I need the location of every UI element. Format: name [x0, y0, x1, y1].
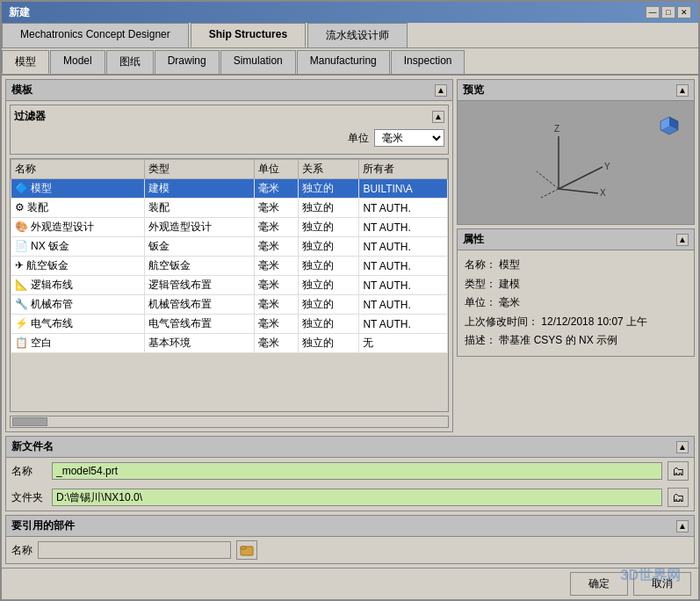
cell-relation: 独立的 [299, 179, 359, 199]
filter-box: 过滤器 ▲ 单位 毫米 英寸 米 [10, 105, 449, 155]
table-row[interactable]: 📋空白 基本环境 毫米 独立的 无 [11, 334, 448, 353]
prop-type-label: 类型： [465, 278, 496, 290]
scrollbar-track[interactable] [10, 416, 449, 428]
name-folder-btn[interactable]: 🗂 [668, 461, 689, 481]
filter-collapse-btn[interactable]: ▲ [432, 111, 444, 123]
table-row[interactable]: 🔷模型 建模 毫米 独立的 BUILTIN\A [11, 179, 448, 199]
cell-name: 🔷模型 [11, 179, 145, 199]
ref-parts-content: 名称 [6, 537, 694, 563]
table-row[interactable]: ⚡电气布线 电气管线布置 毫米 独立的 NT AUTH. [11, 315, 448, 334]
prop-desc-value: 带基准 CSYS 的 NX 示例 [499, 334, 617, 346]
cell-owner: NT AUTH. [359, 199, 448, 218]
restore-button[interactable]: □ [661, 6, 675, 18]
folder-row: 文件夹 🗂 [6, 484, 694, 510]
cell-relation: 独立的 [299, 315, 359, 334]
tab-model[interactable]: Model [50, 50, 105, 74]
svg-rect-18 [241, 547, 246, 549]
template-table: 名称 类型 单位 关系 所有者 🔷模型 建模 毫米 独立的 BUILTIN\A [11, 159, 448, 353]
cell-owner: NT AUTH. [359, 295, 448, 315]
prop-unit-label: 单位： [465, 296, 496, 308]
tab-moxing[interactable]: 模型 [2, 50, 49, 74]
preview-content: Z Y X [458, 101, 694, 224]
folder-browse-btn[interactable]: 🗂 [668, 488, 689, 507]
cell-name: 📐逻辑布线 [11, 276, 145, 295]
tab-simulation[interactable]: Simulation [220, 50, 296, 74]
watermark: 3D世界网 [621, 567, 681, 585]
table-row[interactable]: ✈航空钣金 航空钣金 毫米 独立的 NT AUTH. [11, 257, 448, 276]
cell-owner: NT AUTH. [359, 237, 448, 257]
col-unit: 单位 [254, 160, 299, 179]
cell-type: 钣金 [145, 237, 254, 257]
cell-name: ⚡电气布线 [11, 315, 145, 334]
minimize-button[interactable]: — [646, 6, 660, 18]
ref-name-input[interactable] [38, 541, 231, 559]
cell-owner: NT AUTH. [359, 276, 448, 295]
prop-unit-value: 毫米 [499, 296, 520, 308]
template-table-container: 名称 类型 单位 关系 所有者 🔷模型 建模 毫米 独立的 BUILTIN\A [10, 158, 449, 412]
close-button[interactable]: ✕ [677, 6, 691, 18]
cell-type: 逻辑管线布置 [145, 276, 254, 295]
window-title: 新建 [9, 5, 30, 20]
cell-relation: 独立的 [299, 295, 359, 315]
svg-text:X: X [600, 188, 606, 198]
tab-pipeline[interactable]: 流水线设计师 [307, 23, 408, 47]
svg-text:Z: Z [554, 124, 559, 134]
template-collapse-btn[interactable]: ▲ [435, 84, 447, 97]
cell-unit: 毫米 [254, 257, 299, 276]
3d-box-icon [652, 108, 687, 146]
ref-parts-section: 要引用的部件 ▲ 名称 [5, 515, 695, 564]
tab-inspection[interactable]: Inspection [391, 50, 465, 74]
tab-tuzhi[interactable]: 图纸 [106, 50, 154, 74]
new-filename-collapse-btn[interactable]: ▲ [676, 441, 689, 453]
tab-mechatronics[interactable]: Mechatronics Concept Designer [2, 23, 189, 47]
preview-collapse-btn[interactable]: ▲ [676, 84, 689, 97]
col-type: 类型 [145, 160, 254, 179]
unit-select[interactable]: 毫米 英寸 米 [374, 129, 444, 147]
cell-unit: 毫米 [254, 315, 299, 334]
table-row[interactable]: 🎨外观造型设计 外观造型设计 毫米 独立的 NT AUTH. [11, 218, 448, 237]
preview-header: 预览 ▲ [458, 80, 694, 101]
template-section: 模板 ▲ 过滤器 ▲ 单位 毫米 英寸 米 [5, 79, 453, 432]
properties-section: 属性 ▲ 名称： 模型 类型： 建模 单位： 毫米 [457, 228, 695, 357]
name-input[interactable] [52, 462, 662, 480]
cell-owner: NT AUTH. [359, 218, 448, 237]
new-filename-section: 新文件名 ▲ 名称 🗂 文件夹 🗂 [5, 436, 695, 511]
cell-unit: 毫米 [254, 199, 299, 218]
cell-name: 🎨外观造型设计 [11, 218, 145, 237]
h-scrollbar[interactable] [10, 416, 449, 428]
prop-name-label: 名称： [465, 258, 496, 271]
cell-unit: 毫米 [254, 179, 299, 199]
confirm-button[interactable]: 确定 [570, 572, 628, 596]
cell-name: ⚙装配 [11, 199, 145, 218]
tab-drawing[interactable]: Drawing [155, 50, 220, 74]
tab-ship-structures[interactable]: Ship Structures [191, 23, 306, 47]
filter-header: 过滤器 ▲ [14, 109, 444, 124]
props-header: 属性 ▲ [458, 229, 694, 250]
cell-name: ✈航空钣金 [11, 257, 145, 276]
ref-parts-header: 要引用的部件 ▲ [6, 516, 694, 537]
cell-type: 建模 [145, 179, 254, 199]
cell-type: 外观造型设计 [145, 218, 254, 237]
table-row[interactable]: ⚙装配 装配 毫米 独立的 NT AUTH. [11, 199, 448, 218]
name-row: 名称 🗂 [6, 458, 694, 484]
table-header-row: 名称 类型 单位 关系 所有者 [11, 160, 448, 179]
ref-parts-collapse-btn[interactable]: ▲ [676, 520, 689, 532]
bottom-bar: 确定 取消 [2, 568, 698, 599]
props-collapse-btn[interactable]: ▲ [676, 234, 689, 246]
prop-modified-row: 上次修改时间： 12/12/2018 10:07 上午 [465, 313, 687, 332]
table-row[interactable]: 📐逻辑布线 逻辑管线布置 毫米 独立的 NT AUTH. [11, 276, 448, 295]
table-row[interactable]: 🔧机械布管 机械管线布置 毫米 独立的 NT AUTH. [11, 295, 448, 315]
cell-name: 📄NX 钣金 [11, 237, 145, 257]
unit-label: 单位 [348, 131, 369, 146]
folder-label: 文件夹 [11, 490, 47, 505]
prop-name-value: 模型 [499, 258, 520, 271]
props-title: 属性 [463, 232, 484, 247]
main-window: 新建 — □ ✕ Mechatronics Concept Designer S… [0, 0, 700, 601]
cell-type: 电气管线布置 [145, 315, 254, 334]
scrollbar-thumb[interactable] [12, 417, 47, 426]
ref-browse-btn[interactable] [236, 540, 257, 560]
table-row[interactable]: 📄NX 钣金 钣金 毫米 独立的 NT AUTH. [11, 237, 448, 257]
folder-input[interactable] [52, 489, 662, 506]
tab-manufacturing[interactable]: Manufacturing [297, 50, 390, 74]
template-header: 模板 ▲ [6, 80, 452, 101]
